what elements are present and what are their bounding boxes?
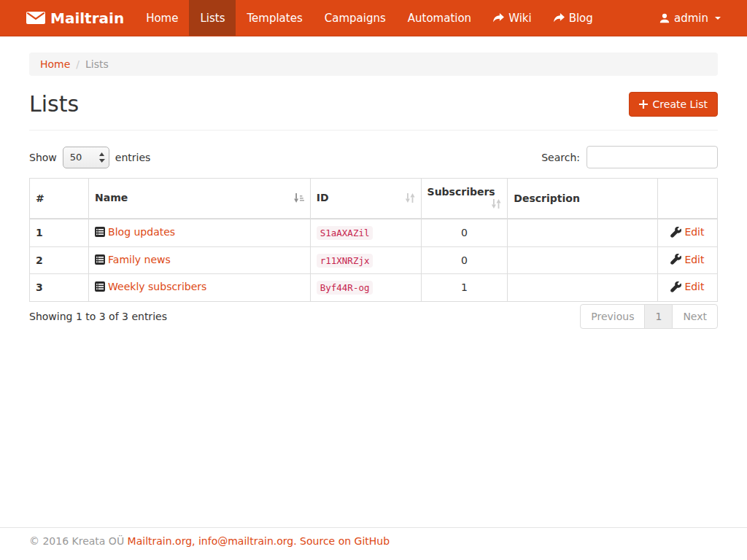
user-menu[interactable]: admin: [649, 0, 732, 36]
pagination-next-button[interactable]: Next: [672, 304, 718, 329]
table-row: 3 Weekly subscribers Byf44R-og 1: [30, 274, 718, 302]
list-name-link[interactable]: Blog updates: [95, 226, 175, 238]
list-name-label: Weekly subscribers: [108, 281, 206, 292]
main-content: Home / Lists Lists Create List Show 50 e…: [0, 36, 747, 527]
wrench-icon: [670, 227, 681, 238]
pagination-previous-button[interactable]: Previous: [580, 304, 645, 329]
edit-label: Edit: [684, 281, 704, 292]
mailtrain-org-link[interactable]: Mailtrain.org: [128, 535, 192, 547]
list-name-label: Blog updates: [108, 226, 175, 238]
footer-separator: ,: [192, 535, 198, 547]
column-header-subscribers[interactable]: Subscribers: [421, 179, 508, 219]
column-header-num: #: [30, 179, 89, 219]
nav-item-label: Automation: [408, 0, 471, 36]
brand-link[interactable]: Mailtrain: [15, 0, 135, 36]
column-header-label: Name: [95, 192, 128, 203]
sort-both-icon: [491, 199, 501, 211]
chevron-down-icon: [715, 17, 721, 20]
nav-item-home[interactable]: Home: [135, 0, 189, 36]
subscribers-count: 0: [421, 246, 508, 274]
description-cell: [508, 274, 658, 302]
header-divider: [29, 130, 718, 131]
plus-icon: [639, 100, 648, 109]
column-header-actions: [657, 179, 717, 219]
entries-label: entries: [115, 152, 151, 163]
email-link[interactable]: info@mailtrain.org: [198, 535, 293, 547]
search-control: Search:: [541, 146, 718, 168]
list-id-code: Byf44R-og: [317, 281, 374, 295]
list-alt-icon: [95, 281, 105, 292]
edit-label: Edit: [684, 226, 704, 238]
page-length-control: Show 50 entries: [29, 147, 150, 168]
show-label: Show: [29, 152, 57, 163]
row-number: 2: [30, 246, 89, 274]
envelope-icon: [26, 12, 45, 24]
list-id-code: S1aAXAZil: [317, 226, 374, 240]
nav-item-lists[interactable]: Lists: [189, 0, 236, 36]
table-header-row: # Name ID: [30, 179, 718, 219]
create-list-button[interactable]: Create List: [629, 92, 718, 117]
breadcrumb-separator: /: [70, 58, 85, 70]
github-source-link[interactable]: Source on GitHub: [300, 535, 390, 547]
share-icon: [554, 13, 565, 23]
row-number: 1: [30, 219, 89, 246]
breadcrumb-home-link[interactable]: Home: [40, 58, 70, 70]
user-icon: [659, 13, 670, 23]
wrench-icon: [670, 254, 681, 265]
wrench-icon: [670, 281, 681, 292]
row-number: 3: [30, 274, 89, 302]
nav-item-templates[interactable]: Templates: [236, 0, 313, 36]
copyright-text: © 2016 Kreata OÜ: [29, 535, 124, 547]
list-name-label: Family news: [108, 254, 171, 265]
lists-table: # Name ID: [29, 178, 718, 302]
nav-item-label: Home: [146, 0, 178, 36]
page-footer: © 2016 Kreata OÜ Mailtrain.org, info@mai…: [0, 527, 747, 560]
column-header-name[interactable]: Name: [89, 179, 311, 219]
brand-label: Mailtrain: [50, 9, 124, 27]
table-row: 2 Family news r11XNRZjx 0: [30, 246, 718, 274]
breadcrumb-current: Lists: [85, 58, 109, 70]
breadcrumb: Home / Lists: [29, 52, 718, 76]
page-size-select[interactable]: 50: [63, 147, 109, 168]
description-cell: [508, 219, 658, 246]
column-header-label: ID: [317, 192, 329, 203]
search-input[interactable]: [587, 146, 718, 168]
column-header-description: Description: [508, 179, 658, 219]
create-list-label: Create List: [653, 98, 708, 110]
list-id-code: r11XNRZjx: [317, 254, 374, 268]
edit-link[interactable]: Edit: [670, 226, 704, 238]
nav-item-label: Templates: [247, 0, 302, 36]
nav-item-label: Wiki: [508, 0, 532, 36]
sort-both-icon: [405, 193, 415, 205]
edit-label: Edit: [684, 254, 704, 265]
nav-item-label: Campaigns: [325, 0, 386, 36]
nav-item-campaigns[interactable]: Campaigns: [314, 0, 397, 36]
search-label: Search:: [541, 152, 580, 163]
subscribers-count: 0: [421, 219, 508, 246]
pagination: Previous 1 Next: [580, 304, 718, 329]
sort-asc-icon: [293, 193, 304, 205]
share-icon: [493, 13, 504, 23]
page-title: Lists: [29, 91, 79, 117]
nav-item-blog[interactable]: Blog: [543, 0, 604, 36]
subscribers-count: 1: [421, 274, 508, 302]
table-row: 1 Blog updates S1aAXAZil 0: [30, 219, 718, 246]
pagination-page-1-button[interactable]: 1: [644, 304, 673, 329]
column-header-label: Subscribers: [427, 186, 495, 198]
top-navbar: Mailtrain Home Lists Templates Campaigns…: [0, 0, 747, 36]
list-name-link[interactable]: Weekly subscribers: [95, 281, 206, 292]
list-name-link[interactable]: Family news: [95, 254, 171, 265]
nav-item-wiki[interactable]: Wiki: [482, 0, 543, 36]
description-cell: [508, 246, 658, 274]
edit-link[interactable]: Edit: [670, 254, 704, 265]
list-alt-icon: [95, 254, 105, 265]
edit-link[interactable]: Edit: [670, 281, 704, 292]
footer-separator: .: [293, 535, 300, 547]
nav-item-label: Lists: [200, 0, 225, 36]
user-label: admin: [674, 0, 708, 36]
table-info: Showing 1 to 3 of 3 entries: [29, 311, 167, 322]
nav-item-automation[interactable]: Automation: [397, 0, 482, 36]
list-alt-icon: [95, 227, 105, 237]
column-header-id[interactable]: ID: [310, 179, 421, 219]
nav-item-label: Blog: [569, 0, 593, 36]
